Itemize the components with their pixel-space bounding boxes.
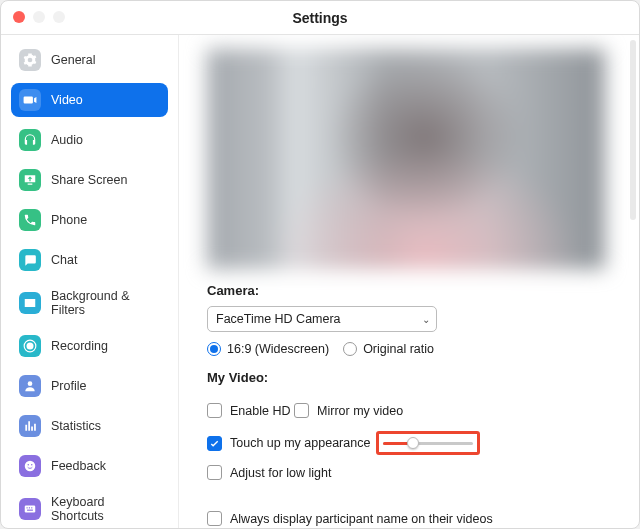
- checkbox-label: Always display participant name on their…: [230, 512, 493, 526]
- radio-16-9[interactable]: 16:9 (Widescreen): [207, 342, 329, 356]
- sidebar-item-label: Profile: [51, 379, 86, 393]
- checkbox-mirror-video[interactable]: Mirror my video: [294, 403, 403, 418]
- checkbox-enable-hd[interactable]: Enable HD: [207, 403, 290, 418]
- keyboard-icon: [19, 498, 41, 520]
- sidebar-item-share-screen[interactable]: Share Screen: [11, 163, 168, 197]
- sidebar-item-statistics[interactable]: Statistics: [11, 409, 168, 443]
- camera-section-label: Camera:: [207, 283, 605, 298]
- close-icon[interactable]: [13, 11, 25, 23]
- sidebar-item-label: Phone: [51, 213, 87, 227]
- sidebar-item-label: Feedback: [51, 459, 106, 473]
- sidebar-item-phone[interactable]: Phone: [11, 203, 168, 237]
- svg-rect-9: [31, 507, 32, 508]
- video-icon: [19, 89, 41, 111]
- profile-icon: [19, 375, 41, 397]
- svg-point-3: [25, 461, 36, 472]
- radio-icon: [343, 342, 357, 356]
- minimize-icon[interactable]: [33, 11, 45, 23]
- radio-label: 16:9 (Widescreen): [227, 342, 329, 356]
- sidebar-item-label: Statistics: [51, 419, 101, 433]
- titlebar: Settings: [1, 1, 639, 35]
- svg-rect-6: [25, 506, 36, 513]
- sidebar-item-label: Chat: [51, 253, 77, 267]
- feedback-icon: [19, 455, 41, 477]
- gear-icon: [19, 49, 41, 71]
- sidebar-item-profile[interactable]: Profile: [11, 369, 168, 403]
- sidebar-item-label: Audio: [51, 133, 83, 147]
- chat-icon: [19, 249, 41, 271]
- my-video-section-label: My Video:: [207, 370, 605, 385]
- sidebar-item-audio[interactable]: Audio: [11, 123, 168, 157]
- checkbox-icon: [207, 403, 222, 418]
- checkbox-label: Adjust for low light: [230, 466, 331, 480]
- traffic-lights: [13, 11, 65, 23]
- sidebar-item-label: Keyboard Shortcuts: [51, 495, 160, 523]
- radio-label: Original ratio: [363, 342, 434, 356]
- radio-icon: [207, 342, 221, 356]
- sidebar-item-label: General: [51, 53, 95, 67]
- chevron-down-icon: ⌄: [422, 314, 430, 325]
- share-screen-icon: [19, 169, 41, 191]
- sidebar-item-background[interactable]: Background & Filters: [11, 283, 168, 323]
- svg-point-0: [27, 343, 34, 350]
- scrollbar[interactable]: [630, 40, 636, 220]
- camera-preview: [207, 49, 605, 269]
- background-icon: [19, 292, 41, 314]
- sidebar-item-label: Video: [51, 93, 83, 107]
- checkbox-always-display-names[interactable]: Always display participant name on their…: [207, 511, 493, 526]
- sidebar: General Video Audio Share Screen: [1, 35, 179, 528]
- sidebar-item-recording[interactable]: Recording: [11, 329, 168, 363]
- checkbox-label: Touch up my appearance: [230, 436, 370, 450]
- svg-rect-10: [27, 510, 33, 511]
- slider-thumb[interactable]: [407, 437, 419, 449]
- headphones-icon: [19, 129, 41, 151]
- sidebar-item-general[interactable]: General: [11, 43, 168, 77]
- phone-icon: [19, 209, 41, 231]
- radio-original-ratio[interactable]: Original ratio: [343, 342, 434, 356]
- content-pane: Camera: FaceTime HD Camera ⌄ 16:9 (Wides…: [179, 35, 639, 528]
- window-body: General Video Audio Share Screen: [1, 35, 639, 528]
- checkbox-icon: [294, 403, 309, 418]
- sidebar-item-label: Share Screen: [51, 173, 127, 187]
- camera-select[interactable]: FaceTime HD Camera ⌄: [207, 306, 437, 332]
- sidebar-item-label: Background & Filters: [51, 289, 160, 317]
- aspect-ratio-row: 16:9 (Widescreen) Original ratio: [207, 342, 605, 356]
- maximize-icon[interactable]: [53, 11, 65, 23]
- svg-point-5: [31, 464, 33, 466]
- sidebar-item-keyboard-shortcuts[interactable]: Keyboard Shortcuts: [11, 489, 168, 528]
- checkbox-icon: [207, 436, 222, 451]
- touch-up-slider[interactable]: [383, 436, 473, 450]
- checkbox-touch-up[interactable]: Touch up my appearance: [207, 436, 370, 451]
- svg-point-2: [28, 381, 33, 386]
- touch-up-slider-highlight: [376, 431, 480, 455]
- checkbox-icon: [207, 465, 222, 480]
- slider-fill: [383, 442, 408, 445]
- sidebar-item-chat[interactable]: Chat: [11, 243, 168, 277]
- checkbox-label: Mirror my video: [317, 404, 403, 418]
- sidebar-item-label: Recording: [51, 339, 108, 353]
- camera-select-value: FaceTime HD Camera: [216, 312, 341, 326]
- statistics-icon: [19, 415, 41, 437]
- svg-rect-7: [27, 507, 28, 508]
- checkbox-icon: [207, 511, 222, 526]
- window-title: Settings: [292, 10, 347, 26]
- svg-rect-8: [29, 507, 30, 508]
- svg-point-4: [27, 464, 29, 466]
- recording-icon: [19, 335, 41, 357]
- sidebar-item-feedback[interactable]: Feedback: [11, 449, 168, 483]
- checkbox-low-light[interactable]: Adjust for low light: [207, 465, 331, 480]
- settings-window: Settings General Video Audio: [0, 0, 640, 529]
- sidebar-item-video[interactable]: Video: [11, 83, 168, 117]
- checkbox-label: Enable HD: [230, 404, 290, 418]
